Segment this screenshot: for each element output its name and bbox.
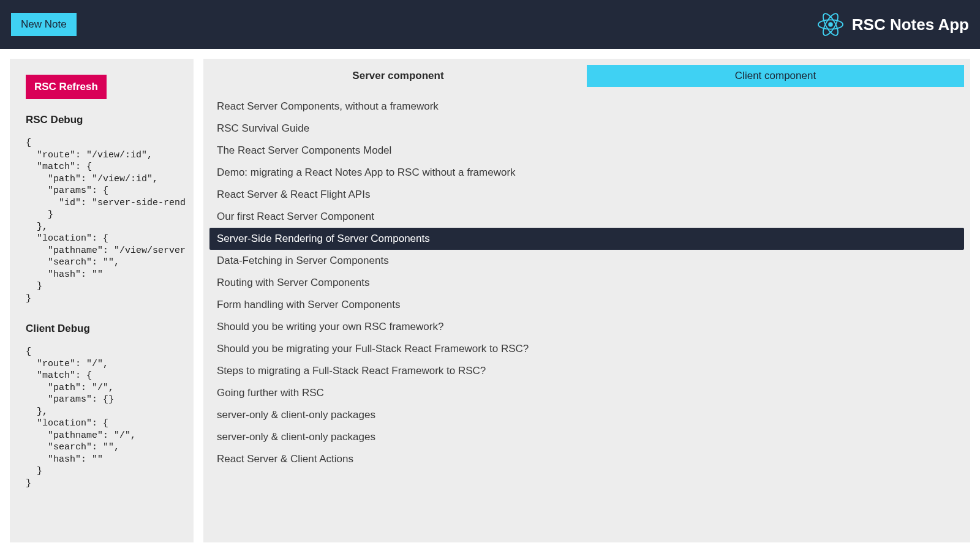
note-item[interactable]: Routing with Server Components [209, 272, 964, 294]
note-item[interactable]: Should you be writing your own RSC frame… [209, 316, 964, 338]
note-item[interactable]: Demo: migrating a React Notes App to RSC… [209, 162, 964, 184]
note-item[interactable]: Going further with RSC [209, 382, 964, 404]
content-area: RSC Refresh RSC Debug { "route": "/view/… [0, 49, 980, 551]
rsc-debug-heading: RSC Debug [26, 114, 185, 126]
client-debug-json: { "route": "/", "match": { "path": "/", … [26, 346, 185, 489]
note-item[interactable]: React Server & Client Actions [209, 448, 964, 470]
note-item[interactable]: server-only & client-only packages [209, 404, 964, 426]
component-tabs: Server component Client component [209, 65, 964, 87]
note-item[interactable]: Form handling with Server Components [209, 294, 964, 316]
note-item[interactable]: server-only & client-only packages [209, 426, 964, 448]
note-item[interactable]: Data-Fetching in Server Components [209, 250, 964, 272]
rsc-refresh-button[interactable]: RSC Refresh [26, 75, 107, 99]
app-title: RSC Notes App [852, 15, 969, 34]
rsc-debug-json: { "route": "/view/:id", "match": { "path… [26, 137, 185, 304]
note-item[interactable]: The React Server Components Model [209, 140, 964, 162]
tab-client-component[interactable]: Client component [587, 65, 964, 87]
note-item[interactable]: Steps to migrating a Full-Stack React Fr… [209, 360, 964, 382]
brand: RSC Notes App [818, 12, 969, 37]
react-logo-icon [818, 12, 843, 37]
note-item[interactable]: React Server & React Flight APIs [209, 184, 964, 206]
new-note-button[interactable]: New Note [11, 13, 77, 36]
note-item[interactable]: RSC Survival Guide [209, 118, 964, 140]
main-panel: Server component Client component React … [203, 59, 970, 542]
note-list: React Server Components, without a frame… [209, 96, 964, 470]
note-item[interactable]: Our first React Server Component [209, 206, 964, 228]
sidebar: RSC Refresh RSC Debug { "route": "/view/… [10, 59, 194, 542]
svg-point-0 [828, 22, 832, 26]
client-debug-heading: Client Debug [26, 323, 185, 335]
note-item[interactable]: Server-Side Rendering of Server Componen… [209, 228, 964, 250]
note-item[interactable]: Should you be migrating your Full-Stack … [209, 338, 964, 360]
tab-server-component[interactable]: Server component [209, 65, 587, 87]
topbar: New Note RSC Notes App [0, 0, 980, 49]
note-item[interactable]: React Server Components, without a frame… [209, 96, 964, 118]
